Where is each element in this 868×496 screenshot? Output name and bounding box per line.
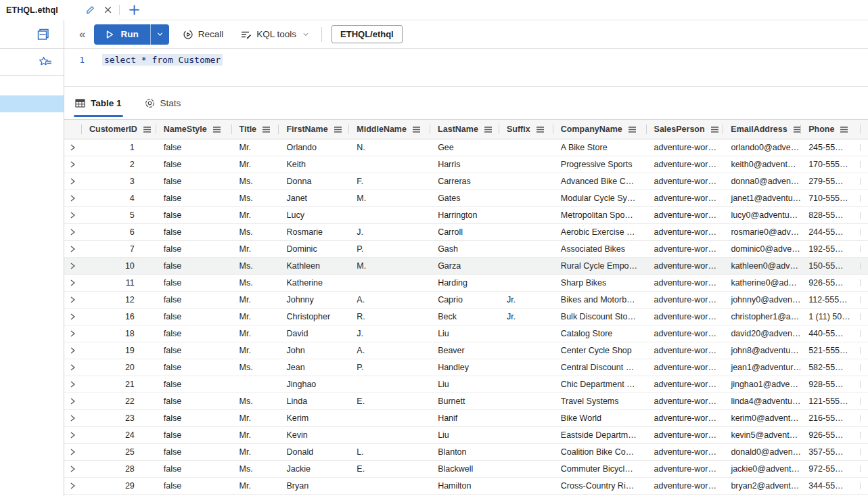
header-cell-suffix[interactable]: Suffix (499, 120, 553, 139)
close-icon[interactable] (104, 5, 112, 14)
row-expander-icon[interactable] (64, 444, 81, 460)
kql-tools-label: KQL tools (256, 29, 296, 39)
row-expander-icon[interactable] (64, 241, 81, 257)
column-menu-icon[interactable] (710, 126, 719, 133)
query-editor[interactable]: 1 select * from Customer (64, 49, 868, 87)
tab-table-1[interactable]: Table 1 (74, 87, 123, 119)
column-label: LastName (438, 125, 478, 134)
header-cell-phone[interactable]: Phone (800, 120, 860, 139)
row-expander-icon[interactable] (64, 207, 81, 223)
cell-filler (860, 309, 868, 325)
table-row[interactable]: 29falseMr.BryanHamiltonCross-Country Ri…… (64, 478, 868, 495)
cell-title: Mr. (231, 309, 279, 325)
column-menu-icon[interactable] (484, 126, 493, 133)
table-row[interactable]: 11falseMs.KatherineHardingSharp Bikesadv… (64, 275, 868, 292)
kql-tools-button[interactable]: KQL tools (237, 26, 313, 43)
row-expander-icon[interactable] (64, 461, 81, 477)
table-row[interactable]: 20falseMs.JeanP.HandleyCentral Discount … (64, 359, 868, 376)
row-expander-icon[interactable] (64, 393, 81, 409)
row-expander-icon[interactable] (64, 325, 81, 342)
cell-title: Ms. (231, 190, 279, 206)
cluster-database-badge[interactable]: ETHQL/ethql (332, 25, 403, 43)
cell-middlename: J. (348, 224, 430, 240)
row-expander-icon[interactable] (64, 139, 81, 156)
header-cell-companyname[interactable]: CompanyName (553, 120, 646, 139)
tab-ethql[interactable]: ETHQL.ethql (0, 0, 119, 20)
run-button[interactable]: Run (94, 24, 150, 45)
sidebar-selected-item[interactable] (0, 95, 64, 112)
row-expander-icon[interactable] (64, 292, 81, 308)
run-options-dropdown[interactable] (151, 24, 169, 45)
row-expander-icon[interactable] (64, 410, 81, 426)
new-tab-button[interactable] (120, 0, 148, 20)
row-expander-icon[interactable] (64, 258, 81, 274)
cell-phone: 192-55… (800, 241, 860, 257)
favorites-list-icon[interactable] (39, 56, 53, 68)
table-row[interactable]: 5falseMr.LucyHarringtonMetropolitan Spo…… (64, 207, 868, 224)
table-row[interactable]: 10falseMs.KathleenM.GarzaRural Cycle Emp… (64, 258, 868, 275)
column-menu-icon[interactable] (793, 126, 800, 133)
cell-firstname: Keith (279, 156, 349, 173)
row-expander-icon[interactable] (64, 309, 81, 325)
header-cell-emailaddress[interactable]: EmailAddress (723, 120, 800, 139)
cell-customerid: 2 (81, 156, 156, 173)
table-row[interactable]: 19falseMr.JohnA.BeaverCenter Cycle Shopa… (64, 342, 868, 359)
table-row[interactable]: 23falseMr.KerimHanifBike Worldadventure-… (64, 410, 868, 427)
cell-lastname: Blackwell (430, 461, 499, 477)
table-row[interactable]: 6falseMs.RosmarieJ.CarrollAerobic Exerci… (64, 224, 868, 241)
row-expander-icon[interactable] (64, 173, 81, 189)
tab-label: ETHQL.ethql (6, 5, 58, 15)
header-cell-namestyle[interactable]: NameStyle (156, 120, 231, 139)
cell-middlename (348, 275, 430, 291)
row-expander-icon[interactable] (64, 478, 81, 494)
row-expander-icon[interactable] (64, 427, 81, 443)
table-row[interactable]: 2falseMr.KeithHarrisProgressive Sportsad… (64, 156, 868, 173)
column-menu-icon[interactable] (536, 126, 545, 133)
table-row[interactable]: 28falseMs.JackieE.BlackwellCommuter Bicy… (64, 461, 868, 478)
left-sidebar (0, 20, 64, 496)
cell-suffix (499, 461, 553, 477)
tab-stats[interactable]: Stats (143, 87, 183, 119)
table-row[interactable]: 22falseMs.LindaE.BurnettTravel Systemsad… (64, 393, 868, 410)
recall-button[interactable]: Recall (179, 26, 227, 43)
table-row[interactable]: 4falseMs.JanetM.GatesModular Cycle Sy…ad… (64, 190, 868, 207)
table-row[interactable]: 25falseMr.DonaldL.BlantonCoalition Bike … (64, 444, 868, 461)
header-cell-lastname[interactable]: LastName (430, 120, 499, 139)
table-row[interactable]: 21falseJinghaoLiuChic Department …advent… (64, 376, 868, 393)
row-expander-icon[interactable] (64, 275, 81, 291)
row-expander-icon[interactable] (64, 342, 81, 359)
panel-toggle-icon[interactable] (37, 28, 50, 41)
pencil-icon[interactable] (85, 5, 95, 15)
table-row[interactable]: 1falseMr.OrlandoN.GeeA Bike Storeadventu… (64, 139, 868, 156)
row-expander-icon[interactable] (64, 224, 81, 240)
column-menu-icon[interactable] (262, 126, 271, 133)
row-expander-icon[interactable] (64, 190, 81, 206)
query-text[interactable]: select * from Customer (102, 54, 223, 66)
header-cell-salesperson[interactable]: SalesPerson (646, 120, 723, 139)
table-row[interactable]: 18falseMr.DavidJ.LiuCatalog Storeadventu… (64, 325, 868, 342)
collapse-panel-button[interactable]: « (76, 27, 88, 41)
header-cell-customerid[interactable]: CustomerID (81, 120, 156, 139)
column-menu-icon[interactable] (143, 126, 152, 133)
column-menu-icon[interactable] (334, 126, 342, 133)
table-row[interactable]: 24falseMr.KevinLiuEastside Departm…adven… (64, 427, 868, 444)
cell-suffix (499, 342, 553, 359)
cell-emailaddress: kerim0@advent… (723, 410, 800, 426)
table-row[interactable]: 16falseMr.ChristopherR.BeckJr.Bulk Disco… (64, 309, 868, 325)
column-menu-icon[interactable] (212, 126, 221, 133)
table-row[interactable]: 3falseMs.DonnaF.CarrerasAdvanced Bike C…… (64, 173, 868, 190)
cell-firstname: Christopher (279, 309, 349, 325)
header-cell-middlename[interactable]: MiddleName (348, 120, 430, 139)
table-row[interactable]: 12falseMr.JohnnyA.CaprioJr.Bikes and Mot… (64, 292, 868, 309)
header-cell-title[interactable]: Title (231, 120, 279, 139)
column-menu-icon[interactable] (840, 126, 848, 133)
row-expander-icon[interactable] (64, 156, 81, 173)
cell-firstname: Johnny (279, 292, 349, 308)
row-expander-icon[interactable] (64, 359, 81, 376)
column-menu-icon[interactable] (628, 126, 637, 133)
row-expander-icon[interactable] (64, 376, 81, 392)
header-cell-firstname[interactable]: FirstName (278, 120, 348, 139)
table-row[interactable]: 7falseMr.DominicP.GashAssociated Bikesad… (64, 241, 868, 258)
column-menu-icon[interactable] (412, 126, 421, 133)
cell-companyname: Travel Systems (553, 393, 646, 409)
